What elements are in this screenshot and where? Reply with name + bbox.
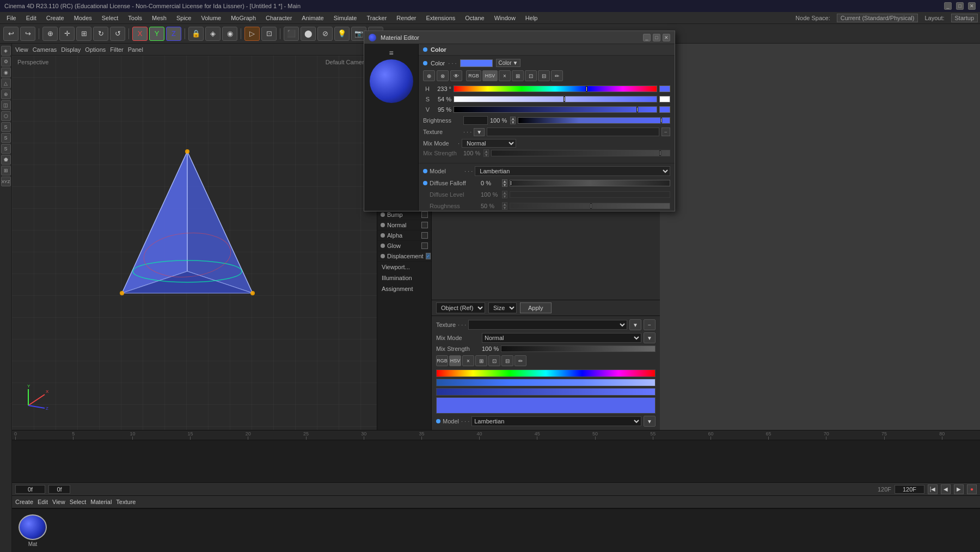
apply-button[interactable]: Apply <box>520 302 552 313</box>
mat-bar-material[interactable]: Material <box>90 499 112 505</box>
live-select-button[interactable]: ⊕ <box>42 27 58 41</box>
maximize-button[interactable]: □ <box>956 2 964 10</box>
color-tool-comp[interactable]: ⊕ <box>423 70 435 81</box>
menu-volume[interactable]: Volume <box>197 14 225 22</box>
mat-bar-create[interactable]: Create <box>15 499 33 505</box>
color-dropdown[interactable]: Color ▼ <box>496 59 521 67</box>
rotate-button[interactable]: ↻ <box>93 27 108 41</box>
texture-minus-btn[interactable]: − <box>661 128 670 136</box>
move-button[interactable]: ✛ <box>59 27 75 41</box>
object-ref-dropdown[interactable]: Object (Ref) <box>436 302 485 313</box>
viewport-menu-options[interactable]: Options <box>85 46 106 53</box>
menu-edit[interactable]: Edit <box>22 14 41 22</box>
world-button[interactable]: ◈ <box>205 27 220 41</box>
menu-spline[interactable]: Spice <box>172 14 196 22</box>
cube-button[interactable]: ⬛ <box>284 27 299 41</box>
diffuse-up[interactable]: ▲ <box>502 179 507 183</box>
mat-bar-select[interactable]: Select <box>70 499 87 505</box>
color-tool-x1[interactable]: × <box>499 70 511 81</box>
hue-value[interactable]: 233 ° <box>432 86 451 92</box>
close-button[interactable]: ✕ <box>968 2 976 10</box>
frame-current-input[interactable] <box>15 485 45 494</box>
channel-check-alpha[interactable] <box>421 232 428 239</box>
left-icon-8[interactable]: S <box>1 122 11 132</box>
diffuse-slider[interactable] <box>510 180 670 186</box>
sat-value[interactable]: 54 % <box>432 96 451 102</box>
timeline-content[interactable] <box>12 440 980 482</box>
hue-slider[interactable] <box>454 86 657 92</box>
left-icon-12[interactable]: ⊞ <box>1 166 11 175</box>
color-tool-mix[interactable]: ⊗ <box>437 70 449 81</box>
diffuse-stepper[interactable]: ▲ ▼ <box>502 179 507 187</box>
right-tool-5[interactable]: ⊡ <box>488 355 500 366</box>
z-axis-button[interactable]: Z <box>166 27 181 41</box>
diffuse-level-down[interactable]: ▼ <box>502 195 507 198</box>
right-model-select[interactable]: Lambertian <box>471 416 641 426</box>
mix-strength-stepper[interactable]: ▲ ▼ <box>483 149 489 157</box>
menu-animate[interactable]: Animate <box>297 14 328 22</box>
mat-bar-texture[interactable]: Texture <box>116 499 136 505</box>
channel-viewport[interactable]: Viewport... <box>377 262 431 272</box>
viewport-menu-view[interactable]: View <box>15 46 28 53</box>
diffuse-down[interactable]: ▼ <box>502 183 507 187</box>
val-value[interactable]: 95 % <box>432 106 451 113</box>
color-tool-x2[interactable]: ⊞ <box>512 70 524 81</box>
menu-window[interactable]: Window <box>490 14 520 22</box>
right-hue-bar[interactable] <box>436 369 656 377</box>
menu-extensions[interactable]: Extensions <box>421 14 460 22</box>
channel-displacement[interactable]: Displacement ✓ <box>377 251 431 262</box>
roughness-up[interactable]: ▲ <box>502 202 507 206</box>
right-sat-bar[interactable] <box>436 379 656 386</box>
left-icon-1[interactable]: ◈ <box>1 46 11 56</box>
roughness-stepper[interactable]: ▲ ▼ <box>502 202 507 210</box>
menu-octane[interactable]: Octane <box>461 14 488 22</box>
menu-mesh[interactable]: Mesh <box>148 14 171 22</box>
color-swatch[interactable] <box>460 59 493 67</box>
light-button[interactable]: 💡 <box>334 27 350 41</box>
right-tool-6[interactable]: ⊟ <box>501 355 513 366</box>
diffuse-level-slider[interactable] <box>510 191 670 198</box>
play-back-button[interactable]: ◀ <box>941 484 951 494</box>
roughness-down[interactable]: ▼ <box>502 206 507 210</box>
menu-help[interactable]: Help <box>521 14 542 22</box>
menu-create[interactable]: Create <box>42 14 69 22</box>
x-axis-button[interactable]: X <box>132 27 148 41</box>
right-model-btn[interactable]: ▼ <box>644 416 656 427</box>
mat-bar-edit[interactable]: Edit <box>38 499 48 505</box>
brightness-down[interactable]: ▼ <box>510 120 516 124</box>
val-slider[interactable] <box>454 106 657 113</box>
right-color-swatch[interactable] <box>436 397 656 414</box>
viewport-menu-filter[interactable]: Filter <box>110 46 123 53</box>
menu-tools[interactable]: Tools <box>124 14 146 22</box>
viewport-canvas[interactable]: Perspective Default Camera:* <box>12 56 377 430</box>
color-tool-x4[interactable]: ⊟ <box>538 70 550 81</box>
channel-check-glow[interactable] <box>421 242 428 249</box>
mix-strength-down[interactable]: ▼ <box>483 153 489 157</box>
left-icon-11[interactable]: ⬟ <box>1 155 11 165</box>
menu-select[interactable]: Select <box>97 14 123 22</box>
roughness-slider[interactable] <box>510 203 670 209</box>
left-icon-4[interactable]: △ <box>1 78 11 88</box>
brightness-stepper[interactable]: ▲ ▼ <box>510 117 516 124</box>
mat-editor-menu-icon[interactable]: ≡ <box>389 48 393 57</box>
redo-button[interactable]: ↪ <box>20 27 35 41</box>
layout-value[interactable]: Startup <box>951 14 978 22</box>
channel-glow[interactable]: Glow <box>377 241 431 251</box>
menu-modes[interactable]: Modes <box>70 14 96 22</box>
right-tool-pick[interactable]: ✏ <box>514 355 526 366</box>
color-tool-pick[interactable]: ✏ <box>551 70 563 81</box>
sat-slider[interactable] <box>454 96 657 102</box>
diffuse-level-up[interactable]: ▲ <box>502 191 507 195</box>
channel-illumination[interactable]: Illumination <box>377 272 431 283</box>
size-dropdown[interactable]: Size <box>488 302 517 313</box>
skip-start-button[interactable]: |◀ <box>928 484 938 494</box>
channel-check-normal[interactable] <box>421 222 428 228</box>
menu-mograph[interactable]: MoGraph <box>226 14 260 22</box>
menu-render[interactable]: Render <box>392 14 420 22</box>
scale-button[interactable]: ⊞ <box>76 27 91 41</box>
nurbs-button[interactable]: ⊘ <box>317 27 333 41</box>
menu-character[interactable]: Character <box>261 14 296 22</box>
right-texture-btn[interactable]: ▼ <box>629 319 641 330</box>
viewport-menu-cameras[interactable]: Cameras <box>33 46 57 53</box>
sphere-button[interactable]: ⬤ <box>301 27 316 41</box>
